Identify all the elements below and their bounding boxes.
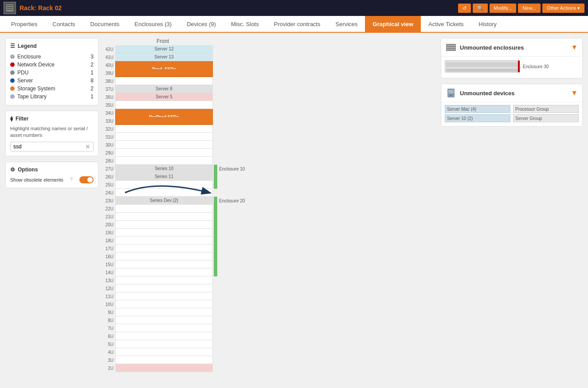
search-button[interactable]: 🔍	[473, 4, 488, 13]
rack-row: 34U PreProd SSDs	[103, 109, 253, 117]
rack-row: 18U	[103, 237, 253, 244]
unit-label: 34U	[103, 109, 115, 117]
unmounted-devices-chevron[interactable]: ▼	[571, 89, 578, 97]
rack-row: 31U	[103, 133, 253, 141]
unit-label: 42U	[103, 45, 115, 53]
rack-cell	[115, 237, 213, 244]
unit-label: 16U	[103, 252, 115, 260]
tab-properties[interactable]: Properties	[4, 16, 45, 32]
tab-graphical-view[interactable]: Graphical view	[365, 16, 421, 32]
rack-cell	[115, 316, 213, 324]
rack-cell	[115, 229, 213, 237]
unit-label: 25U	[103, 181, 115, 189]
rack-cell	[115, 189, 213, 197]
svg-point-10	[450, 94, 452, 96]
rack-cell[interactable]: Server 13	[115, 53, 213, 61]
unmounted-enclosures-chevron[interactable]: ▼	[571, 43, 578, 51]
list-item: Network Device 2	[10, 61, 94, 69]
refresh-button[interactable]: ↺	[458, 4, 471, 13]
tab-devices[interactable]: Devices (9)	[179, 16, 223, 32]
tab-contacts[interactable]: Contacts	[45, 16, 82, 32]
rack-cell	[115, 149, 213, 157]
options-card: ⚙ Options Show obsolete elements ?	[5, 162, 98, 188]
svg-rect-2	[7, 7, 13, 8]
modify-button[interactable]: Modify...	[490, 4, 517, 13]
enclosure-10-label: Enclosure 10	[217, 165, 253, 173]
rack-cell[interactable]	[115, 117, 213, 125]
rack-row: 11U	[103, 292, 253, 300]
tab-active-tickets[interactable]: Active Tickets	[421, 16, 471, 32]
unit-label: 13U	[103, 276, 115, 284]
unit-label: 2U	[103, 364, 115, 372]
unit-label: 35U	[103, 101, 115, 109]
list-item: Enclosure 3	[10, 53, 94, 61]
unit-label: 8U	[103, 316, 115, 324]
svg-rect-7	[447, 49, 455, 50]
top-bar-left: Rack: Rack 02	[4, 2, 62, 14]
rack-row: 40U Prod. SSDs	[103, 61, 253, 69]
other-actions-button[interactable]: Other Actions ▾	[542, 4, 584, 13]
enclosure-30-visual[interactable]	[445, 60, 520, 73]
rack-cell	[115, 260, 213, 268]
unit-label: 21U	[103, 213, 115, 221]
rack-row: 22U	[103, 205, 253, 213]
device-bar-left-2[interactable]: Server 10 (2)	[445, 114, 510, 122]
device-icon	[446, 88, 456, 98]
unit-label: 7U	[103, 324, 115, 332]
device-row-1: Server Mac (4) Processor Group	[445, 105, 579, 113]
tab-enclosures[interactable]: Enclosures (3)	[127, 16, 179, 32]
unit-label: 29U	[103, 149, 115, 157]
rack-cell[interactable]: Server 12	[115, 45, 213, 53]
tab-provider-contracts[interactable]: Provider contracts	[267, 16, 328, 32]
device-bar-left-1[interactable]: Server Mac (4)	[445, 105, 510, 113]
tab-services[interactable]: Services	[328, 16, 365, 32]
rack-cell	[115, 181, 213, 189]
storage-dot	[10, 86, 15, 91]
rack-row: 41U Server 13	[103, 53, 253, 61]
rack-cell	[115, 221, 213, 229]
rack-cell[interactable]: Server 8	[115, 85, 213, 93]
front-label: Front	[103, 38, 223, 44]
rack-cell	[115, 300, 213, 308]
enclosure-20-bracket-end	[214, 268, 217, 276]
enclosure-20-bracket-mid	[214, 221, 217, 229]
rack-row: 38U	[103, 77, 253, 85]
right-panel: Unmounted enclosures ▼ Enclosure 30	[441, 38, 583, 380]
filter-input[interactable]	[13, 144, 85, 150]
enclosure-20-bracket-mid	[214, 205, 217, 213]
rack-row: 14U	[103, 268, 253, 276]
rack-row: 10U	[103, 300, 253, 308]
tab-history[interactable]: History	[471, 16, 504, 32]
unit-label: 22U	[103, 205, 115, 213]
list-item: PDU 1	[10, 69, 94, 77]
rack-row: 17U	[103, 244, 253, 252]
new-button[interactable]: New...	[518, 4, 541, 13]
tab-misc-slots[interactable]: Misc. Slots	[223, 16, 267, 32]
unit-label: 19U	[103, 229, 115, 237]
unit-label: 39U	[103, 69, 115, 77]
rack-cell[interactable]: Server 5	[115, 93, 213, 101]
rack-cell	[115, 284, 213, 292]
rack-cell	[115, 101, 213, 109]
rack-cell-series10[interactable]: Series 10	[115, 165, 213, 173]
rack-cell[interactable]	[115, 364, 213, 372]
unit-label: 27U	[103, 165, 115, 173]
unit-label: 37U	[103, 85, 115, 93]
rack-cell[interactable]	[115, 69, 213, 77]
panel-header-left: Unmounted enclosures	[446, 42, 524, 53]
rack-cell-series-dev[interactable]: Series Dev (2)	[115, 197, 213, 205]
filter-clear-button[interactable]: ✕	[85, 144, 90, 150]
unit-label: 31U	[103, 133, 115, 141]
rack-row: 29U	[103, 149, 253, 157]
enclosure-20-bracket-mid	[214, 213, 217, 221]
rack-cell-series11[interactable]: Series 11	[115, 173, 213, 181]
unit-label: 11U	[103, 292, 115, 300]
rack-icon	[4, 2, 16, 14]
tab-documents[interactable]: Documents	[83, 16, 127, 32]
main-layout: ☰ Legend Enclosure 3 Network Device 2 PD…	[0, 33, 588, 385]
show-obsolete-toggle[interactable]	[79, 176, 94, 183]
rack-row: 23U Series Dev (2) Enclosure 20	[103, 197, 253, 205]
unmounted-devices-header: Unmounted devices ▼	[441, 84, 582, 102]
unmounted-enclosures-content: Enclosure 30	[441, 57, 582, 78]
rack-cell	[115, 324, 213, 332]
